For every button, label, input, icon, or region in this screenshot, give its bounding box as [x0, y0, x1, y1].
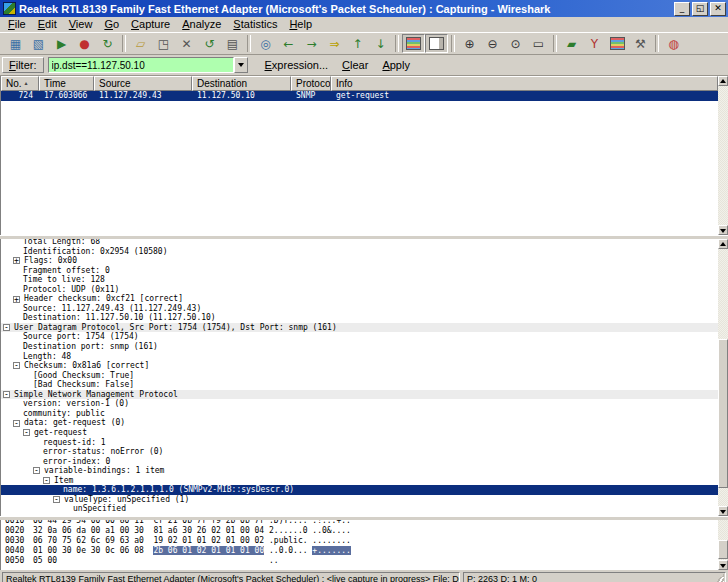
menu-edit[interactable]: Edit — [32, 17, 63, 31]
save-as-button[interactable]: ◳ — [152, 34, 175, 53]
go-to-packet-button[interactable]: ⇒ — [323, 34, 346, 53]
clear-button[interactable]: Clear — [335, 59, 375, 71]
details-scrollbar[interactable] — [718, 239, 728, 516]
packet-list-body[interactable]: 72417.60306611.127.249.4311.127.50.10SNM… — [1, 91, 718, 235]
hex-scrollbar[interactable] — [718, 520, 728, 570]
close-capture-button[interactable]: ✕ — [175, 34, 198, 53]
scroll-up-arrow-icon[interactable] — [718, 239, 728, 249]
detail-line[interactable]: request-id: 1 — [1, 437, 718, 447]
go-back-button[interactable]: ← — [277, 34, 300, 53]
hex-line[interactable]: 005005 00.. — [5, 556, 718, 566]
detail-line[interactable]: Identification: 0x2954 (10580) — [1, 247, 718, 257]
detail-line[interactable]: community: public — [1, 409, 718, 419]
close-button[interactable]: ✕ — [710, 2, 726, 16]
expander-minus-icon[interactable]: - — [33, 467, 40, 474]
detail-line[interactable]: [Bad Checksum: False] — [1, 380, 718, 390]
detail-line[interactable]: -valueType: unSpecified (1) — [1, 495, 718, 505]
detail-line[interactable]: Total Length: 68 — [1, 239, 718, 247]
expression-button[interactable]: Expression... — [258, 59, 336, 71]
zoom-out-button[interactable]: ⊖ — [481, 34, 504, 53]
column-header-info[interactable]: Info — [331, 76, 718, 91]
expander-minus-icon[interactable]: - — [43, 477, 50, 484]
find-packet-button[interactable]: ◎ — [254, 34, 277, 53]
packet-row[interactable]: 72417.60306611.127.249.4311.127.50.10SNM… — [1, 91, 718, 101]
detail-line[interactable]: -variable-bindings: 1 item — [1, 466, 718, 476]
scroll-down-arrow-icon[interactable] — [718, 506, 728, 516]
expander-minus-icon[interactable]: - — [23, 429, 30, 436]
capture-stop-button[interactable]: ● — [73, 34, 96, 53]
resize-columns-button[interactable]: ▭ — [527, 34, 550, 53]
filter-input[interactable] — [48, 57, 234, 73]
filter-button[interactable]: Filter: — [2, 57, 44, 73]
expander-minus-icon[interactable]: - — [53, 496, 60, 503]
menu-capture[interactable]: Capture — [125, 17, 176, 31]
zoom-100-button[interactable]: ⊙ — [504, 34, 527, 53]
go-to-bottom-button[interactable]: ↓ — [369, 34, 392, 53]
detail-line[interactable]: +Header checksum: 0xcf21 [correct] — [1, 294, 718, 304]
column-header-time[interactable]: Time — [39, 76, 94, 91]
detail-line[interactable]: error-index: 0 — [1, 457, 718, 467]
column-header-destination[interactable]: Destination — [192, 76, 291, 91]
autoscroll-toggle-button[interactable] — [425, 34, 448, 53]
expander-plus-icon[interactable]: + — [13, 296, 20, 303]
column-header-no[interactable]: No.▴ — [1, 76, 39, 91]
expander-minus-icon[interactable]: - — [13, 420, 20, 427]
detail-line[interactable]: Fragment offset: 0 — [1, 266, 718, 276]
scroll-up-arrow-icon[interactable] — [718, 76, 728, 86]
detail-line[interactable]: +Flags: 0x00 — [1, 256, 718, 266]
capture-filter-button[interactable]: ▰ — [560, 34, 583, 53]
open-capture-button[interactable]: ▱ — [129, 34, 152, 53]
scrollbar-thumb[interactable] — [718, 339, 728, 489]
detail-line[interactable]: [Good Checksum: True] — [1, 371, 718, 381]
apply-button[interactable]: Apply — [375, 59, 417, 71]
hex-line[interactable]: 003006 70 75 62 6c 69 63 a0 19 02 01 01 … — [5, 536, 718, 546]
hex-line[interactable]: 002032 0a 06 da 00 a1 00 30 81 a6 30 26 … — [5, 526, 718, 536]
scroll-down-arrow-icon[interactable] — [718, 225, 728, 235]
go-forward-button[interactable]: → — [300, 34, 323, 53]
column-header-protocol[interactable]: Protocol — [291, 76, 331, 91]
detail-line[interactable]: -get-request — [1, 428, 718, 438]
expander-plus-icon[interactable]: + — [13, 257, 20, 264]
detail-line[interactable]: Destination: 11.127.50.10 (11.127.50.10) — [1, 313, 718, 323]
detail-line[interactable]: -Checksum: 0x81a6 [correct] — [1, 361, 718, 371]
zoom-in-button[interactable]: ⊕ — [458, 34, 481, 53]
restore-button[interactable]: ◱ — [692, 2, 708, 16]
expander-minus-icon[interactable]: - — [3, 324, 10, 331]
capture-restart-button[interactable]: ↻ — [96, 34, 119, 53]
detail-line[interactable]: Time to live: 128 — [1, 275, 718, 285]
menu-statistics[interactable]: Statistics — [227, 17, 283, 31]
menu-analyze[interactable]: Analyze — [176, 17, 227, 31]
hex-dump[interactable]: 001000 44 29 54 00 00 80 11 cf 21 0b 7f … — [1, 520, 718, 566]
detail-line[interactable]: Source port: 1754 (1754) — [1, 332, 718, 342]
column-header-source[interactable]: Source — [94, 76, 192, 91]
reload-button[interactable]: ↺ — [198, 34, 221, 53]
detail-line[interactable]: -Item — [1, 476, 718, 486]
preferences-button[interactable]: ⚒ — [629, 34, 652, 53]
detail-line[interactable]: name: 1.3.6.1.2.1.1.1.0 (SNMPv2-MIB::sys… — [1, 485, 718, 495]
menu-view[interactable]: View — [63, 17, 99, 31]
display-filter-button[interactable]: Y — [583, 34, 606, 53]
resize-grip[interactable] — [714, 574, 724, 582]
menu-go[interactable]: Go — [98, 17, 125, 31]
filter-dropdown-button[interactable] — [234, 57, 248, 73]
minimize-button[interactable]: _ — [674, 2, 690, 16]
detail-line[interactable]: -data: get-request (0) — [1, 418, 718, 428]
expander-minus-icon[interactable]: - — [3, 391, 10, 398]
detail-line[interactable]: Protocol: UDP (0x11) — [1, 285, 718, 295]
colorize-toggle-button[interactable] — [402, 34, 425, 53]
detail-line[interactable]: unSpecified — [1, 504, 718, 514]
list-interfaces-button[interactable]: ▦ — [4, 34, 27, 53]
packet-list-scrollbar[interactable] — [718, 76, 728, 235]
go-to-top-button[interactable]: ↑ — [346, 34, 369, 53]
detail-line[interactable]: -Simple Network Management Protocol — [1, 390, 718, 400]
capture-start-button[interactable]: ▶ — [50, 34, 73, 53]
scroll-down-arrow-icon[interactable] — [718, 560, 728, 570]
menu-file[interactable]: File — [2, 17, 32, 31]
capture-options-button[interactable]: ▧ — [27, 34, 50, 53]
detail-line[interactable]: version: version-1 (0) — [1, 399, 718, 409]
hex-line[interactable]: 004001 00 30 0e 30 0c 06 08 2b 06 01 02 … — [5, 546, 718, 556]
coloring-rules-button[interactable] — [606, 34, 629, 53]
scrollbar-thumb[interactable] — [718, 540, 728, 559]
detail-line[interactable]: -User Datagram Protocol, Src Port: 1754 … — [1, 323, 718, 333]
detail-line[interactable]: Length: 48 — [1, 352, 718, 362]
